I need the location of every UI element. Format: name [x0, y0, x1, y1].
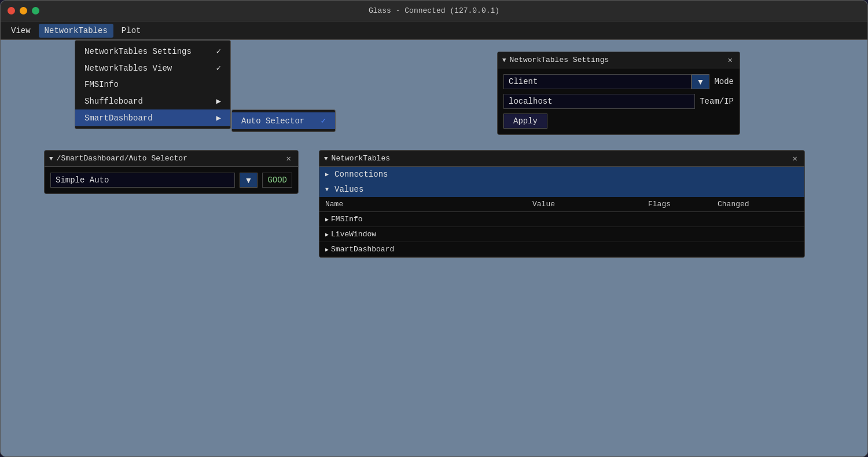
dropdown-smartdashboard[interactable]: SmartDashboard ▶ Auto Selector ✓: [75, 109, 230, 126]
nt-settings-title-bar: ▼ NetworkTables Settings ✕: [498, 52, 740, 68]
values-expand-icon: ▼: [325, 187, 329, 193]
networktables-dropdown: NetworkTables Settings ✓ NetworkTables V…: [75, 40, 231, 129]
auto-selector-dropdown-button[interactable]: ▼: [240, 173, 258, 188]
nt-apply-row: Apply: [503, 114, 734, 129]
nt-view-panel: ▼ NetworkTables ✕ ▶ Connections ▼ Values…: [319, 150, 805, 258]
nt-view-title-bar: ▼ NetworkTables ✕: [319, 151, 804, 167]
smartdashboard-expand-icon: ▶: [325, 247, 329, 253]
nt-teamip-row: Team/IP: [503, 94, 734, 109]
nt-settings-close-button[interactable]: ✕: [726, 55, 735, 65]
collapse-arrow-icon[interactable]: ▼: [502, 57, 506, 64]
col-name: Name: [325, 200, 532, 209]
team-ip-label: Team/IP: [700, 97, 734, 106]
values-label: Values: [334, 185, 363, 194]
auto-selector-title: ▼ /SmartDashboard/Auto Selector: [49, 154, 187, 163]
values-section[interactable]: ▼ Values: [319, 182, 804, 197]
auto-selector-title-bar: ▼ /SmartDashboard/Auto Selector ✕: [45, 151, 298, 167]
table-row[interactable]: ▶LiveWindow: [319, 227, 804, 242]
nt-settings-body: ▼ Mode Team/IP Apply: [498, 68, 740, 134]
nt-view-close-button[interactable]: ✕: [790, 153, 800, 163]
col-value: Value: [532, 200, 648, 209]
menu-networktables[interactable]: NetworkTables: [39, 24, 113, 38]
main-content: NetworkTables Settings ✓ NetworkTables V…: [1, 40, 867, 457]
title-bar: Glass - Connected (127.0.0.1): [1, 1, 867, 21]
nt-settings-title: ▼ NetworkTables Settings: [502, 56, 609, 64]
submenu-auto-selector[interactable]: Auto Selector ✓: [232, 112, 335, 129]
dropdown-fmsinfo[interactable]: FMSInfo: [75, 76, 230, 93]
mode-field[interactable]: [503, 74, 692, 89]
app-window: Glass - Connected (127.0.0.1) View Netwo…: [0, 0, 868, 457]
mode-dropdown-button[interactable]: ▼: [692, 74, 710, 89]
auto-selector-body: ▼ GOOD: [45, 167, 298, 193]
dropdown-shuffleboard[interactable]: Shuffleboard ▶: [75, 93, 230, 109]
window-title: Glass - Connected (127.0.0.1): [369, 6, 499, 15]
connections-section[interactable]: ▶ Connections: [319, 167, 804, 182]
nt-settings-panel: ▼ NetworkTables Settings ✕ ▼ Mode Team/I…: [497, 52, 740, 135]
auto-selector-status: GOOD: [262, 173, 292, 188]
team-ip-field[interactable]: [503, 94, 695, 109]
menu-view[interactable]: View: [5, 24, 36, 38]
table-row[interactable]: ▶FMSInfo: [319, 212, 804, 227]
dropdown-nt-settings[interactable]: NetworkTables Settings ✓: [75, 43, 230, 60]
auto-selector-input[interactable]: [50, 173, 235, 188]
close-button[interactable]: [8, 7, 15, 14]
connections-expand-icon: ▶: [325, 171, 329, 178]
maximize-button[interactable]: [32, 7, 39, 14]
auto-selector-collapse-icon[interactable]: ▼: [49, 155, 53, 162]
nt-mode-row: ▼ Mode: [503, 74, 734, 89]
auto-selector-panel: ▼ /SmartDashboard/Auto Selector ✕ ▼ GOOD: [44, 150, 299, 194]
nt-view-title: ▼ NetworkTables: [324, 154, 390, 163]
title-bar-buttons: [8, 7, 39, 14]
fmsinfo-expand-icon: ▶: [325, 217, 329, 223]
col-flags: Flags: [648, 200, 718, 209]
menu-plot[interactable]: Plot: [116, 24, 147, 38]
livewindow-expand-icon: ▶: [325, 232, 329, 238]
minimize-button[interactable]: [20, 7, 27, 14]
menu-bar: View NetworkTables Plot: [1, 21, 867, 40]
apply-button[interactable]: Apply: [503, 114, 547, 129]
smartdashboard-submenu: Auto Selector ✓: [231, 109, 336, 132]
dropdown-nt-view[interactable]: NetworkTables View ✓: [75, 60, 230, 76]
table-header: Name Value Flags Changed: [319, 197, 804, 212]
connections-label: Connections: [334, 170, 388, 179]
nt-view-collapse-icon[interactable]: ▼: [324, 155, 328, 162]
auto-selector-close-button[interactable]: ✕: [284, 153, 293, 163]
col-changed: Changed: [718, 200, 799, 209]
mode-label: Mode: [714, 77, 734, 86]
table-row[interactable]: ▶SmartDashboard: [319, 242, 804, 257]
